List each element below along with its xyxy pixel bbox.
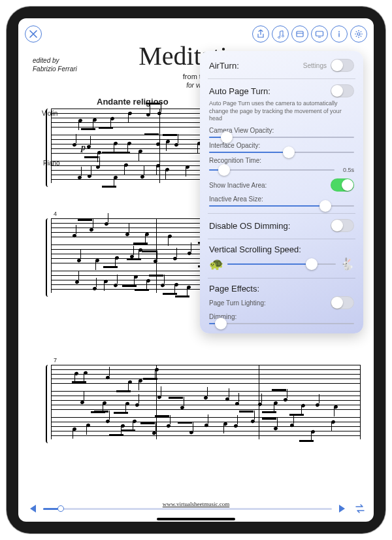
- editor-name: Fabrizio Ferrari: [33, 65, 77, 73]
- autopage-label: Auto Page Turn:: [209, 86, 270, 96]
- editor-label: edited by: [33, 57, 59, 64]
- svg-point-6: [357, 33, 360, 35]
- page-lighting-label: Page Turn Lighting:: [209, 299, 266, 307]
- repeat-icon: [354, 503, 366, 515]
- interface-opacity-label: Interface Opacity:: [209, 142, 354, 149]
- recognition-time-value: 0.5s: [338, 167, 354, 173]
- info-button[interactable]: [331, 25, 348, 42]
- effects-dimming-label: Dimming:: [209, 313, 354, 320]
- skip-forward-icon: [337, 503, 349, 515]
- prev-track-button[interactable]: [26, 503, 38, 515]
- share-icon: [256, 29, 265, 39]
- music-button[interactable]: [272, 25, 289, 42]
- recognition-time-slider[interactable]: [209, 169, 335, 171]
- skip-back-icon: [26, 503, 38, 515]
- share-button[interactable]: [252, 25, 269, 42]
- settings-popover: AirTurn: Settings Auto Page Turn: Auto P…: [200, 51, 363, 333]
- top-toolbar: [18, 22, 374, 46]
- inactive-size-label: Inactive Area Size:: [209, 195, 354, 203]
- bar-number-4: 4: [54, 211, 57, 217]
- airturn-label: AirTurn:: [209, 61, 239, 71]
- autopage-toggle[interactable]: [331, 84, 354, 97]
- airturn-settings-link[interactable]: Settings: [303, 62, 327, 69]
- svg-rect-2: [316, 31, 323, 36]
- tempo-marking: Andante religioso: [97, 97, 169, 107]
- ipad-frame: Meditation from the for viol edited by F…: [7, 7, 385, 533]
- repeat-button[interactable]: [354, 503, 366, 515]
- gear-icon: [354, 29, 363, 39]
- close-button[interactable]: [25, 25, 42, 42]
- show-inactive-toggle[interactable]: [331, 178, 354, 192]
- svg-point-4: [338, 31, 340, 33]
- rabbit-icon: 🐇: [340, 257, 354, 271]
- effects-dimming-slider[interactable]: [209, 323, 354, 324]
- turtle-icon: 🐢: [209, 257, 223, 271]
- close-icon: [29, 30, 37, 38]
- inactive-size-slider[interactable]: [209, 205, 354, 207]
- recognition-time-label: Recognition Time:: [209, 157, 354, 164]
- scroll-speed-label: Vertical Scrolling Speed:: [209, 245, 301, 254]
- autopage-desc: Auto Page Turn uses the camera to automa…: [209, 100, 354, 123]
- home-indicator[interactable]: [157, 518, 235, 520]
- gear-button[interactable]: [350, 25, 367, 42]
- display-icon: [315, 29, 324, 39]
- os-dimming-label: Disable OS Dimming:: [209, 221, 290, 231]
- info-icon: [335, 29, 344, 39]
- os-dimming-toggle[interactable]: [331, 219, 354, 232]
- instrument-label-piano: Piano: [43, 160, 60, 167]
- scroll-speed-slider[interactable]: [227, 263, 336, 265]
- card-icon: [295, 29, 304, 39]
- next-track-button[interactable]: [337, 503, 349, 515]
- camera-opacity-slider[interactable]: [209, 137, 354, 138]
- music-note-icon: [276, 29, 285, 39]
- progress-slider[interactable]: [43, 508, 332, 510]
- page-effects-label: Page Effects:: [209, 284, 259, 294]
- staff-system-3: 7: [51, 365, 361, 443]
- instrument-label-violin: Violin: [42, 110, 57, 117]
- interface-opacity-slider[interactable]: [209, 152, 354, 153]
- transport-bar: [26, 501, 366, 516]
- card-button[interactable]: [291, 25, 308, 42]
- airturn-toggle[interactable]: [331, 59, 354, 72]
- dynamic-p: p: [81, 143, 86, 153]
- svg-rect-0: [297, 31, 303, 37]
- show-inactive-label: Show Inactive Area:: [209, 182, 267, 189]
- bar-number-7: 7: [54, 357, 57, 363]
- page-lighting-toggle[interactable]: [331, 296, 354, 309]
- display-button[interactable]: [311, 25, 328, 42]
- editor-credit: edited by Fabrizio Ferrari: [33, 56, 77, 73]
- screen: Meditation from the for viol edited by F…: [18, 18, 374, 522]
